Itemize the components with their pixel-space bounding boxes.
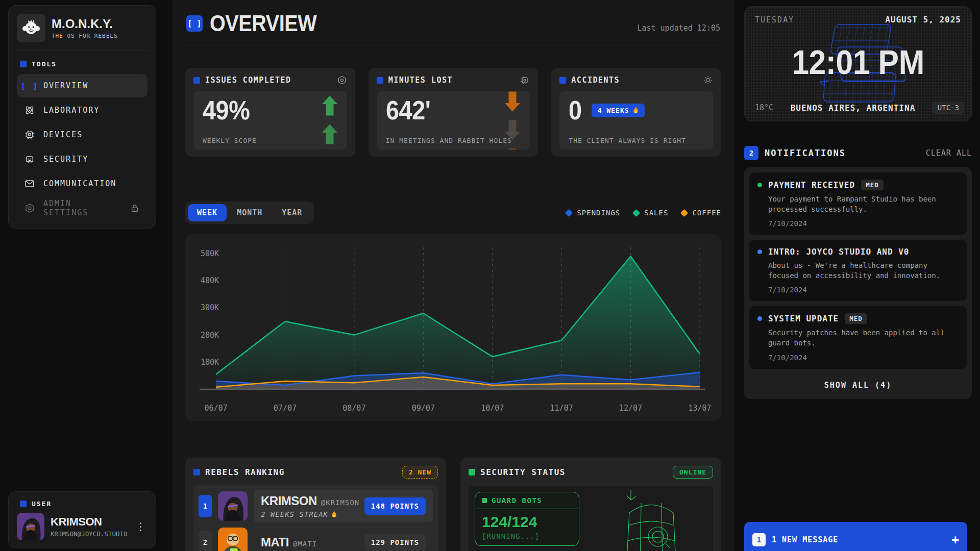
legend-sales[interactable]: SALES	[633, 209, 668, 217]
rebel-streak: 2 WEEKS STREAK	[261, 510, 359, 518]
notification-date: 7/10/2024	[768, 219, 959, 228]
rank-badge: 2	[199, 531, 212, 551]
notification-card[interactable]: PAYMENT RECEIVED MED Your payment to Ram…	[749, 172, 967, 235]
flame-icon	[633, 107, 639, 114]
svg-text:09/07: 09/07	[412, 404, 435, 413]
sidebar-item-overview[interactable]: [ ] OVERVIEW	[17, 74, 148, 97]
avatar	[218, 491, 248, 521]
period-tabs: WEEK MONTH YEAR	[185, 202, 314, 224]
show-all-button[interactable]: SHOW ALL (4)	[749, 374, 967, 394]
notifications-header: 2 NOTIFICATIONS CLEAR ALL	[744, 146, 972, 160]
svg-text:500K: 500K	[201, 249, 219, 258]
security-body: GUARD BOTS 124/124 [RUNNING...] FIREWALL	[469, 486, 713, 551]
area-chart: 100K200K300K400K500K06/0707/0708/0709/07…	[185, 234, 721, 421]
diamond-icon	[565, 209, 573, 217]
notification-card[interactable]: SYSTEM UPDATE MED Security patches have …	[749, 306, 967, 368]
gear-icon[interactable]	[337, 75, 347, 85]
rank-badge: 1	[199, 495, 212, 517]
rebel-handle: @KRIMSON	[321, 498, 359, 507]
svg-text:100K: 100K	[201, 358, 219, 367]
svg-text:07/07: 07/07	[274, 404, 297, 413]
blue-square-icon	[559, 77, 566, 84]
table-row[interactable]: 1 KRIMSON@KRIMSON	[199, 490, 433, 522]
svg-text:08/07: 08/07	[342, 404, 365, 413]
streak-badge: 4 WEEKS	[592, 104, 645, 117]
blue-square-icon	[193, 77, 200, 84]
chart-controls: WEEK MONTH YEAR SPENDINGS SALES COFFEE	[185, 202, 721, 224]
user-section-label: USER	[20, 500, 144, 508]
stats-row: ISSUES COMPLETED 49% WEEKLY SCOPE M	[185, 68, 721, 157]
notification-body: Your payment to Rampant Studio has been …	[768, 194, 959, 214]
right-panel: TUESDAY AUGUST 5, 2025	[744, 0, 972, 551]
stat-title: ACCIDENTS	[571, 76, 620, 85]
stat-value: 642'	[386, 96, 430, 124]
table-row[interactable]: 2 MATI@MATI	[199, 528, 433, 551]
notifications-list: PAYMENT RECEIVED MED Your payment to Ram…	[744, 167, 972, 399]
panel-title: SECURITY STATUS	[480, 467, 566, 477]
user-name: KRIMSON	[51, 515, 128, 529]
tab-week[interactable]: WEEK	[188, 204, 227, 221]
page-title: OVERVIEW	[210, 12, 316, 35]
plus-icon[interactable]: +	[952, 533, 959, 547]
blue-square-icon	[193, 469, 200, 475]
page-header: [ ] OVERVIEW Last updated 12:05	[185, 0, 721, 45]
notification-count-badge: 2	[744, 146, 758, 160]
sidebar-item-laboratory[interactable]: LABORATORY	[17, 98, 148, 122]
svg-text:200K: 200K	[201, 331, 219, 340]
app-title: M.O.N.K.Y.	[52, 17, 118, 31]
severity-badge: MED	[845, 313, 867, 324]
current-time: 12:01 PM	[792, 43, 924, 82]
svg-text:06/07: 06/07	[204, 404, 227, 413]
sidebar-item-devices[interactable]: DEVICES	[17, 123, 148, 146]
svg-text:11/07: 11/07	[550, 404, 573, 413]
ranking-list: 1 KRIMSON@KRIMSON	[193, 485, 438, 551]
new-message-bar[interactable]: 1 1 NEW MESSAGE +	[744, 522, 967, 551]
clear-all-button[interactable]: CLEAR ALL	[926, 148, 972, 158]
stat-title: MINUTES LOST	[388, 76, 453, 85]
legend-coffee[interactable]: COFFEE	[681, 209, 721, 217]
sidebar-item-security[interactable]: SECURITY	[17, 147, 148, 171]
points-badge: 148 POINTS	[364, 497, 426, 515]
sun-icon[interactable]	[703, 75, 713, 85]
blue-square-icon	[20, 61, 27, 67]
trend-down-icon	[503, 91, 522, 149]
new-count-badge: 2 NEW	[402, 466, 438, 479]
svg-text:300K: 300K	[201, 303, 219, 312]
tab-year[interactable]: YEAR	[273, 204, 311, 221]
avatar	[218, 528, 248, 551]
svg-text:400K: 400K	[201, 276, 219, 285]
guard-bots-box: GUARD BOTS 124/124 [RUNNING...]	[475, 492, 579, 546]
stat-caption: WEEKLY SCOPE	[203, 137, 257, 144]
svg-text:10/07: 10/07	[481, 404, 504, 413]
message-count-badge: 1	[752, 533, 766, 546]
stat-caption: THE CLIENT ALWAYS IS RIGHT	[569, 137, 686, 144]
diamond-icon	[632, 209, 641, 217]
stat-value: 49%	[203, 96, 250, 124]
stat-card-minutes-lost: MINUTES LOST 642' IN MEETINGS AND RABBIT…	[369, 68, 538, 157]
rebels-ranking-panel: REBELS RANKING 2 NEW 1	[185, 458, 446, 551]
monkey-logo-icon	[17, 14, 45, 42]
chip-icon[interactable]	[520, 75, 530, 85]
panel-title: REBELS RANKING	[205, 467, 285, 477]
legend-spendings[interactable]: SPENDINGS	[566, 209, 620, 217]
stat-card-accidents: ACCIDENTS 0 4 WEEKS	[551, 68, 721, 157]
main-content: [ ] OVERVIEW Last updated 12:05 ISSUES C…	[173, 0, 734, 551]
notification-card[interactable]: INTRO: JOYCO STUDIO AND V0 About us - We…	[749, 240, 967, 301]
kebab-menu-icon[interactable]: ⋮	[134, 518, 148, 535]
diamond-icon	[680, 209, 689, 217]
robot-icon	[24, 154, 35, 165]
mail-icon	[24, 178, 35, 189]
avatar	[17, 513, 44, 540]
svg-text:13/07: 13/07	[688, 404, 711, 413]
tab-month[interactable]: MONTH	[228, 204, 272, 221]
security-status-panel: SECURITY STATUS ONLINE GUARD BOTS 124/12…	[460, 458, 721, 551]
stat-caption: IN MEETINGS AND RABBIT HOLES	[386, 137, 512, 144]
status-dot-icon	[757, 249, 762, 254]
temperature: 18°C	[755, 103, 773, 112]
tools-section-label: TOOLS	[20, 60, 144, 68]
sidebar-item-communication[interactable]: COMMUNICATION	[17, 172, 148, 195]
sidebar-item-admin-settings[interactable]: ADMIN SETTINGS	[17, 196, 148, 220]
stat-value: 0	[569, 96, 582, 124]
guard-bots-status: [RUNNING...]	[482, 532, 572, 540]
sidebar: M.O.N.K.Y. THE OS FOR REBELS TOOLS [ ] O…	[8, 5, 156, 229]
